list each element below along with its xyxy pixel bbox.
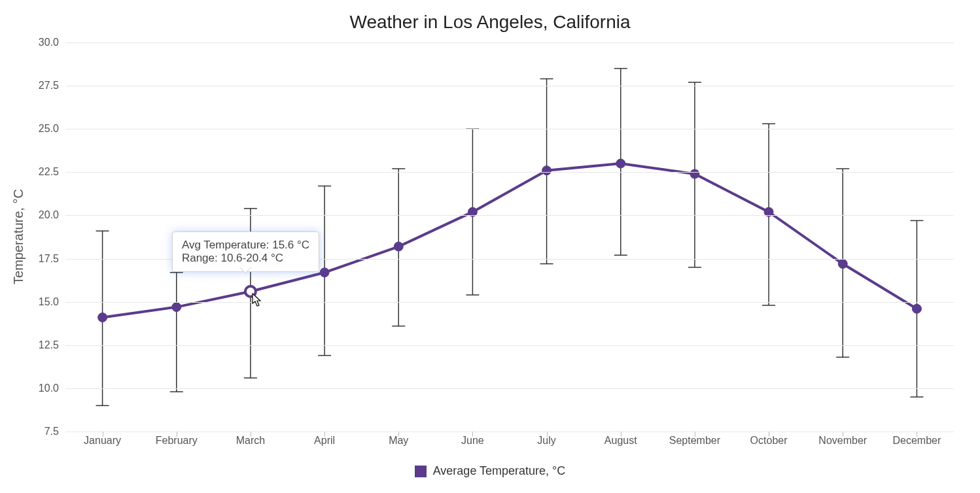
x-tick-label: May xyxy=(389,435,408,447)
data-point[interactable] xyxy=(245,286,256,297)
x-tick-label: October xyxy=(750,435,788,447)
gridline xyxy=(65,172,954,173)
x-tick-label: December xyxy=(893,435,941,447)
data-point[interactable] xyxy=(172,303,181,312)
tooltip-line-1: Avg Temperature: 15.6 °C xyxy=(182,239,309,252)
y-tick-label: 7.5 xyxy=(7,426,59,437)
gridline xyxy=(65,215,954,216)
y-tick-label: 12.5 xyxy=(7,339,59,351)
gridline xyxy=(65,42,954,43)
x-tick-label: April xyxy=(314,435,335,447)
x-tick-label: February xyxy=(156,435,198,447)
y-tick-label: 20.0 xyxy=(7,209,59,221)
x-tick-label: June xyxy=(461,435,484,447)
y-tick-label: 27.5 xyxy=(7,80,59,92)
x-tick-label: July xyxy=(537,435,555,447)
legend: Average Temperature, °C xyxy=(0,464,980,478)
tooltip-line-2: Range: 10.6-20.4 °C xyxy=(182,252,309,265)
gridline xyxy=(65,86,954,86)
y-tick-label: 15.0 xyxy=(7,296,59,308)
gridline xyxy=(65,345,954,346)
data-point[interactable] xyxy=(542,166,551,175)
chart-title: Weather in Los Angeles, California xyxy=(0,12,980,33)
data-point[interactable] xyxy=(394,242,403,251)
gridline xyxy=(65,302,954,303)
gridline xyxy=(65,129,954,129)
x-tick-label: September xyxy=(669,435,720,447)
data-point[interactable] xyxy=(912,304,921,313)
gridline xyxy=(65,432,954,432)
tooltip: Avg Temperature: 15.6 °C Range: 10.6-20.… xyxy=(172,231,319,272)
weather-chart: Weather in Los Angeles, California Tempe… xyxy=(0,0,980,493)
y-tick-label: 30.0 xyxy=(7,37,59,48)
x-tick-label: January xyxy=(84,435,121,447)
x-tick-label: March xyxy=(236,435,265,447)
x-tick-label: August xyxy=(604,435,637,447)
data-point[interactable] xyxy=(98,313,107,322)
legend-swatch xyxy=(415,466,427,477)
y-tick-label: 25.0 xyxy=(7,123,59,135)
gridline xyxy=(65,388,954,389)
y-tick-label: 22.5 xyxy=(7,166,59,178)
y-axis-title: Temperature, °C xyxy=(11,189,26,284)
data-point[interactable] xyxy=(616,159,625,168)
y-tick-label: 17.5 xyxy=(7,253,59,265)
data-point[interactable] xyxy=(690,169,699,178)
legend-label: Average Temperature, °C xyxy=(433,464,566,477)
x-tick-label: November xyxy=(818,435,867,447)
data-point[interactable] xyxy=(838,259,847,268)
y-tick-label: 10.0 xyxy=(7,382,59,394)
data-point[interactable] xyxy=(320,268,329,277)
